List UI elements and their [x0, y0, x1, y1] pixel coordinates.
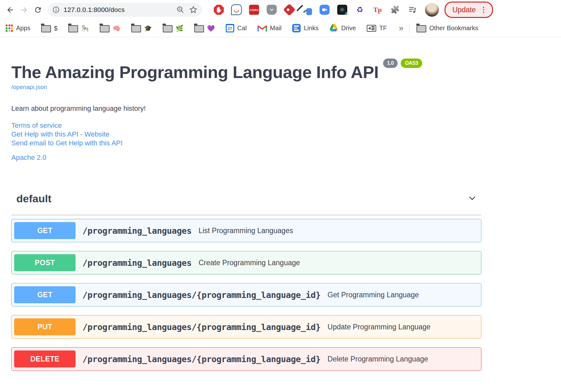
bookmark-apps[interactable]: Apps: [6, 25, 31, 32]
endpoint-summary: Update Programming Language: [327, 323, 430, 331]
music-playlist-icon[interactable]: [407, 4, 418, 15]
bookmark-folder-dollar[interactable]: $: [41, 24, 58, 32]
profile-avatar[interactable]: [425, 3, 439, 17]
website-help-link[interactable]: Get Help with this API - Website: [11, 130, 109, 138]
default-section-header[interactable]: default: [11, 193, 481, 215]
bookmark-drive[interactable]: Drive: [329, 24, 356, 33]
method-badge: DELETE: [14, 350, 76, 367]
folder-icon: [131, 25, 141, 32]
zoom-camera-icon[interactable]: [319, 4, 330, 15]
purple-recycle-icon[interactable]: ♻: [354, 4, 365, 15]
endpoint-summary: Delete Programming Language: [327, 355, 428, 363]
zoom-out-icon[interactable]: [176, 6, 184, 14]
apps-grid-icon: [6, 25, 13, 32]
bookmark-folder-herb[interactable]: 🌿: [163, 24, 184, 32]
endpoint-row[interactable]: PUT /programming_languages/{programming_…: [11, 315, 481, 339]
reload-icon: [34, 6, 42, 14]
back-button[interactable]: [3, 3, 17, 17]
endpoint-summary: Get Programming Language: [327, 291, 419, 299]
folder-icon: [163, 25, 173, 32]
calendar-icon: 27: [226, 24, 234, 32]
method-badge: GET: [14, 286, 76, 303]
site-info-icon[interactable]: [52, 6, 60, 14]
extensions-strip: ✋ CORS ⚛⚠ ♻ Tp 🧩: [213, 4, 418, 15]
back-arrow-icon: [6, 6, 14, 14]
update-button[interactable]: Update ⋮: [445, 2, 493, 18]
endpoint-row[interactable]: POST /programming_languages Create Progr…: [11, 251, 481, 274]
endpoint-summary: List Programming Languages: [199, 227, 293, 235]
endpoint-path: /programming_languages: [82, 226, 192, 236]
tp-icon[interactable]: Tp: [372, 4, 383, 15]
pocket-icon[interactable]: [266, 4, 277, 15]
method-badge: POST: [14, 254, 76, 271]
endpoint-path: /programming_languages/{programming_lang…: [82, 290, 320, 300]
folder-icon: [194, 25, 204, 32]
bookmark-gmail[interactable]: Mail: [258, 25, 282, 32]
drive-icon: [329, 24, 338, 33]
api-description: Learn about programming language history…: [11, 104, 481, 113]
endpoint-row[interactable]: DELETE /programming_languages/{programmi…: [11, 347, 481, 371]
forward-arrow-icon: [20, 6, 28, 14]
email-help-link[interactable]: Send email to Get Help with this API: [11, 139, 122, 147]
endpoint-row[interactable]: GET /programming_languages/{programming_…: [11, 283, 481, 306]
puzzle-extensions-icon[interactable]: 🧩: [390, 4, 400, 15]
react-devtools-icon[interactable]: ⚛⚠: [337, 4, 348, 15]
openapi-json-link[interactable]: /openapi.json: [11, 84, 47, 90]
bookmarks-divider: [409, 24, 410, 33]
browser-menu-icon[interactable]: ⋮: [480, 6, 487, 13]
oas3-badge: OAS3: [401, 59, 422, 68]
reload-button[interactable]: [31, 3, 45, 17]
bookmarks-overflow-chevron[interactable]: »: [399, 23, 403, 33]
method-badge: GET: [14, 222, 76, 239]
address-bar[interactable]: 127.0.0.1:8000/docs: [48, 3, 202, 17]
browser-toolbar: 127.0.0.1:8000/docs ✋ CORS ⚛⚠ ♻ Tp 🧩 Upd…: [0, 0, 561, 20]
tf-card-icon: [367, 25, 376, 32]
bookmarks-bar: Apps $ 🎠 🧠 🎓 🌿 💜 27 Cal Mail: [0, 20, 561, 37]
bookmark-links[interactable]: Links: [292, 24, 319, 32]
cors-icon[interactable]: CORS: [249, 4, 259, 15]
folder-icon: [41, 25, 51, 32]
endpoint-summary: Create Programming Language: [199, 259, 300, 267]
bookmark-tf[interactable]: TF: [367, 25, 387, 32]
endpoint-path: /programming_languages/{programming_lang…: [82, 354, 320, 364]
endpoints-list: GET /programming_languages List Programm…: [11, 219, 481, 371]
eyedropper-icon[interactable]: [302, 4, 312, 15]
bookmark-other-bookmarks[interactable]: Other Bookmarks: [416, 24, 479, 32]
bookmark-folder-purple-heart[interactable]: 💜: [194, 24, 215, 32]
bookmark-star-icon[interactable]: [189, 5, 198, 14]
swagger-page: The Amazing Programming Language Info AP…: [0, 64, 561, 371]
gmail-icon: [258, 25, 267, 32]
adblock-icon[interactable]: ✋: [213, 4, 224, 15]
folder-icon: [416, 25, 426, 32]
links-icon: [292, 24, 301, 32]
folder-icon: [100, 25, 110, 32]
chevron-down-icon[interactable]: [468, 194, 476, 204]
endpoint-path: /programming_languages/{programming_lang…: [82, 322, 320, 332]
terms-of-service-link[interactable]: Terms of service: [11, 121, 62, 129]
version-badge: 1.0: [383, 59, 398, 68]
folder-icon: [68, 25, 78, 32]
url-text[interactable]: 127.0.0.1:8000/docs: [64, 6, 125, 14]
section-title: default: [16, 193, 51, 205]
update-label: Update: [452, 6, 476, 14]
bookmark-folder-graduation[interactable]: 🎓: [131, 24, 152, 32]
bookmark-folder-brain[interactable]: 🧠: [100, 24, 121, 32]
redirect-icon[interactable]: [284, 4, 295, 15]
license-link[interactable]: Apache 2.0: [11, 154, 46, 161]
endpoint-row[interactable]: GET /programming_languages List Programm…: [11, 219, 481, 242]
forward-button[interactable]: [17, 3, 31, 17]
bookmark-calendar[interactable]: 27 Cal: [226, 24, 247, 32]
bookmark-folder-carousel[interactable]: 🎠: [68, 24, 89, 32]
chat-bubble-icon[interactable]: [231, 4, 242, 15]
method-badge: PUT: [14, 318, 76, 335]
endpoint-path: /programming_languages: [82, 258, 192, 268]
page-title: The Amazing Programming Language Info AP…: [11, 64, 481, 81]
